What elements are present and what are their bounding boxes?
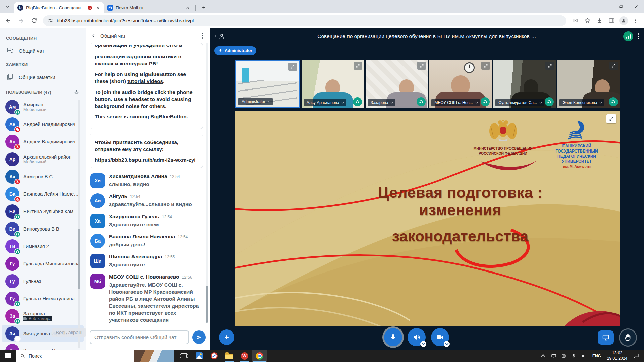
taskbar-clock[interactable]: 13:02 29.01.2024 <box>604 351 630 361</box>
tab-bigbluebutton[interactable]: b BigBlueButton - Совещани <box>14 2 104 13</box>
sidebar-item-public-chat[interactable]: Общий чат <box>0 43 86 58</box>
webcam-name-label[interactable]: МБОУ СОШ с. Нов... <box>431 99 480 106</box>
bookmark-star-icon[interactable] <box>582 15 593 26</box>
webcam-name-label[interactable]: Алсу Арасланова <box>304 99 347 106</box>
meeting-options-icon[interactable] <box>637 32 641 41</box>
site-settings-icon[interactable] <box>48 18 53 23</box>
raise-hand-button[interactable] <box>620 329 636 346</box>
user-list-item[interactable]: Ах Ахмеров В.С. <box>2 168 84 185</box>
start-button[interactable] <box>0 350 16 362</box>
back-button[interactable] <box>3 15 14 26</box>
toggle-userlist-button[interactable] <box>214 28 225 44</box>
user-list-item[interactable]: Ко Коновалова Наталья <box>2 342 84 350</box>
media-controls-icon[interactable] <box>570 15 581 26</box>
webcam-fullscreen-icon[interactable] <box>354 62 362 70</box>
user-list-item[interactable]: Ам Амирхан Мобильный <box>2 98 84 116</box>
url-text[interactable]: bbb23.bspu.ru/html5client/join?sessionTo… <box>57 18 194 23</box>
taskbar-search-box[interactable]: Поиск <box>16 350 174 362</box>
user-list-item[interactable]: Гу Гульзада Миннигаязовна <box>2 255 84 273</box>
bigbluebutton-link[interactable]: BigBlueButton <box>150 114 186 119</box>
chat-menu-icon[interactable] <box>200 31 204 40</box>
webcam-tile[interactable]: Султанмуратов Са... <box>493 60 556 108</box>
webcam-fullscreen-icon[interactable] <box>609 62 618 70</box>
webcam-tile[interactable]: Алсу Арасланова <box>302 60 364 108</box>
screenshare-button[interactable] <box>598 330 614 345</box>
address-bar[interactable]: bbb23.bspu.ru/html5client/join?sessionTo… <box>43 15 566 26</box>
tab-close-icon[interactable] <box>95 5 101 11</box>
webcam-fullscreen-icon[interactable] <box>481 62 490 70</box>
tab-search-button[interactable] <box>3 2 13 12</box>
chat-message-input[interactable] <box>90 330 189 344</box>
tray-display-icon[interactable] <box>549 353 559 359</box>
mute-button[interactable] <box>384 328 402 346</box>
window-close-button[interactable] <box>629 0 644 13</box>
users-settings-gear-icon[interactable] <box>74 89 79 95</box>
webcam-share-button[interactable] <box>431 328 449 346</box>
tray-mic-icon[interactable] <box>569 353 579 358</box>
language-indicator[interactable]: ENG <box>589 354 604 358</box>
user-list-item[interactable]: Зи Зиятдинова Ифира Весь экран <box>2 325 84 342</box>
user-list-item[interactable]: Би Биктина Зульфия Камиловна <box>2 203 84 220</box>
chat-message-list[interactable]: организаций и учреждений СПО в рамках ре… <box>90 43 203 323</box>
user-list-item[interactable]: Гу Гульназ <box>2 273 84 290</box>
taskbar-app-chrome[interactable] <box>252 350 267 362</box>
webcam-name-label[interactable]: Administrator <box>238 98 273 105</box>
webcam-name-label[interactable]: Султанмуратов Са... <box>495 99 544 106</box>
side-panel-icon[interactable] <box>606 15 617 26</box>
audio-options-chevron-icon[interactable] <box>420 341 426 347</box>
action-center-icon[interactable] <box>630 353 642 359</box>
user-list-item[interactable]: Ан Андрей Владимирович <box>2 116 84 133</box>
scrollbar-thumb[interactable] <box>206 286 208 323</box>
sidebar-item-shared-notes[interactable]: Общие заметки <box>0 70 86 84</box>
tray-volume-icon[interactable] <box>579 353 589 359</box>
actions-plus-button[interactable] <box>219 329 234 345</box>
webcam-tile[interactable]: Захарова <box>366 60 428 108</box>
downloads-icon[interactable] <box>594 15 605 26</box>
scrollbar-thumb[interactable] <box>78 229 80 289</box>
forward-button[interactable] <box>15 15 27 26</box>
taskbar-app-snip[interactable] <box>207 350 222 362</box>
webcam-fullscreen-icon[interactable] <box>417 62 426 70</box>
task-view-button[interactable] <box>176 350 192 362</box>
search-highlight-image[interactable] <box>134 350 174 362</box>
user-list-item[interactable]: Ан Андрей Владимирович <box>2 133 84 150</box>
taskbar-app-office[interactable]: W <box>237 350 252 362</box>
webcam-fullscreen-icon[interactable] <box>288 63 297 71</box>
talking-indicator[interactable]: Administrator <box>214 46 256 55</box>
tab-mailru[interactable]: Почта Mail.ru <box>104 2 194 13</box>
profile-avatar[interactable] <box>618 15 629 26</box>
user-list-item[interactable]: Ар Архангельский район Мобильный <box>2 150 84 168</box>
userlist-scrollbar[interactable] <box>78 100 80 348</box>
tray-expand-icon[interactable] <box>539 354 549 357</box>
window-minimize-button[interactable] <box>598 0 613 13</box>
new-tab-button[interactable] <box>199 3 208 12</box>
user-list-item[interactable]: За Захарова Веб-камера <box>2 307 84 325</box>
webcam-tile[interactable]: Administrator <box>235 60 300 108</box>
chat-scrollbar[interactable] <box>206 43 208 323</box>
chat-back-icon[interactable] <box>91 33 96 38</box>
invite-url[interactable]: https://bbb23.bspu.ru/b/adm-i2s-wxm-zyi <box>95 157 198 163</box>
tutorial-videos-link[interactable]: tutorial videos <box>127 78 163 84</box>
user-list-item[interactable]: Гу Гульназ Нигматуллина <box>2 290 84 307</box>
user-list-item[interactable]: Ги Гимназия 2 <box>2 238 84 255</box>
presentation-slide[interactable]: МИНИСТЕРСТВО ПРОСВЕЩЕНИЯРОССИЙСКОЙ ФЕДЕР… <box>235 111 620 326</box>
send-message-button[interactable] <box>192 330 206 344</box>
audio-button[interactable] <box>408 328 426 346</box>
webcam-tile[interactable]: МБОУ СОШ с. Нов... <box>429 60 492 108</box>
tab-close-icon[interactable] <box>184 5 191 11</box>
user-list-item[interactable]: Ви Винокурова В В <box>2 220 84 238</box>
webcam-name-label[interactable]: Элен Колесникова <box>559 99 604 106</box>
webcam-name-label[interactable]: Захарова <box>368 99 396 106</box>
reload-button[interactable] <box>28 15 40 26</box>
tray-network-icon[interactable] <box>559 353 569 359</box>
webcam-options-chevron-icon[interactable] <box>444 341 450 347</box>
taskbar-app-photos[interactable] <box>192 350 207 362</box>
connection-status-icon[interactable] <box>623 31 633 41</box>
taskbar-app-explorer[interactable] <box>222 350 237 362</box>
user-list-item[interactable]: Ба Баянова Лейля Наилевна <box>2 185 84 203</box>
webcam-tile[interactable]: Элен Колесникова <box>557 60 620 108</box>
window-restore-button[interactable] <box>613 0 629 13</box>
browser-menu-icon[interactable] <box>630 15 641 26</box>
presentation-fullscreen-icon[interactable] <box>606 114 616 123</box>
webcam-fullscreen-icon[interactable] <box>545 62 554 70</box>
